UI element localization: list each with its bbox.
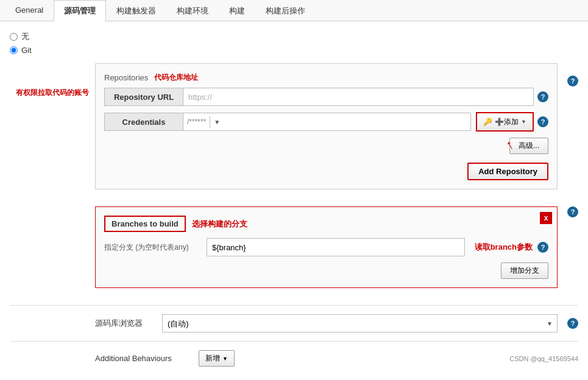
branch-input[interactable] bbox=[207, 238, 465, 256]
add-branch-button[interactable]: 增加分支 bbox=[501, 262, 548, 279]
branches-header-row: Branches to build 选择构建的分支 bbox=[104, 216, 548, 232]
radio-git-input[interactable] bbox=[10, 46, 18, 54]
branch-field-label: 指定分支 (为空时代表any) bbox=[104, 242, 202, 253]
branches-section: x Branches to build 选择构建的分支 指定分支 (为空时代表a… bbox=[95, 206, 558, 288]
add-credentials-arrow[interactable]: ▼ bbox=[521, 119, 526, 125]
source-browser-label: 源码库浏览器 bbox=[95, 318, 156, 329]
new-behaviour-button[interactable]: 新增 ▼ bbox=[199, 350, 235, 367]
divider-2 bbox=[10, 341, 578, 342]
repositories-label: Repositories bbox=[104, 73, 148, 82]
additional-behaviours-section: Additional Behaviours 新增 ▼ CSDN @qq_4156… bbox=[10, 350, 578, 367]
tab-post[interactable]: 构建后操作 bbox=[255, 0, 316, 21]
radio-none-label: 无 bbox=[21, 31, 29, 42]
section-help-icon[interactable]: ? bbox=[567, 76, 578, 86]
branch-field-row: 指定分支 (为空时代表any) 读取branch参数 ? bbox=[104, 238, 548, 256]
repositories-section: Repositories 代码仓库地址 Repository URL ? Cre… bbox=[95, 63, 558, 189]
tab-general[interactable]: General bbox=[5, 0, 54, 21]
branch-help-icon[interactable]: ? bbox=[537, 242, 548, 253]
tab-triggers[interactable]: 构建触发器 bbox=[106, 0, 166, 21]
new-behaviour-label: 新增 bbox=[205, 353, 220, 364]
add-branch-area: 增加分支 bbox=[104, 262, 548, 279]
remove-branch-button[interactable]: x bbox=[540, 212, 552, 224]
branches-section-help[interactable]: ? bbox=[567, 206, 578, 217]
radio-none[interactable]: 无 bbox=[10, 31, 578, 42]
annot-url: 代码仓库地址 bbox=[154, 72, 198, 83]
source-browser-section: 源码库浏览器 (自动) ▼ ? bbox=[10, 314, 578, 332]
additional-label: Additional Behaviours bbox=[95, 354, 193, 363]
credentials-label: Credentials bbox=[104, 113, 183, 131]
repositories-header-row: Repositories 代码仓库地址 bbox=[104, 72, 548, 83]
advanced-button[interactable]: 高级... bbox=[509, 138, 548, 154]
watermark: CSDN @qq_41569544 bbox=[509, 355, 578, 362]
annot-creds: 有权限拉取代码的账号 bbox=[10, 88, 89, 98]
branch-annot: 读取branch参数 bbox=[475, 242, 533, 253]
credentials-row: Credentials /****** ▼ 🔑 ➕添加 ▼ ? bbox=[104, 112, 548, 132]
url-row: Repository URL ? bbox=[104, 88, 548, 106]
radio-git[interactable]: Git bbox=[10, 46, 578, 55]
credentials-help-icon[interactable]: ? bbox=[537, 116, 548, 127]
right-actions: 高级... Add Repository bbox=[104, 138, 548, 180]
add-credentials-button[interactable]: 🔑 ➕添加 ▼ bbox=[477, 113, 533, 130]
credentials-dropdown-arrow[interactable]: ▼ bbox=[210, 116, 224, 128]
add-repository-button[interactable]: Add Repository bbox=[467, 163, 548, 180]
new-behaviour-arrow: ▼ bbox=[222, 356, 228, 362]
add-credentials-label: ➕添加 bbox=[495, 117, 519, 127]
url-help-icon[interactable]: ? bbox=[537, 91, 548, 102]
url-label: Repository URL bbox=[104, 88, 183, 106]
tab-build[interactable]: 构建 bbox=[219, 0, 255, 21]
source-browser-select[interactable]: (自动) bbox=[162, 314, 558, 332]
key-icon: 🔑 bbox=[483, 118, 492, 126]
radio-git-label: Git bbox=[21, 46, 32, 55]
tab-env[interactable]: 构建环境 bbox=[166, 0, 219, 21]
credentials-value: /****** bbox=[183, 115, 210, 128]
divider-1 bbox=[10, 305, 578, 306]
main-content: 无 Git 有权限拉取代码的账号 Repositories 代码仓库地址 Rep… bbox=[0, 21, 588, 380]
branches-label: Branches to build bbox=[104, 216, 186, 232]
branches-annot: 选择构建的分支 bbox=[192, 219, 247, 230]
radio-none-input[interactable] bbox=[10, 33, 18, 41]
tab-bar: General 源码管理 构建触发器 构建环境 构建 构建后操作 bbox=[0, 0, 588, 21]
source-browser-help[interactable]: ? bbox=[567, 318, 578, 329]
tab-scm[interactable]: 源码管理 bbox=[54, 0, 106, 21]
scm-radio-group: 无 Git bbox=[10, 31, 578, 55]
url-input[interactable] bbox=[183, 88, 534, 106]
